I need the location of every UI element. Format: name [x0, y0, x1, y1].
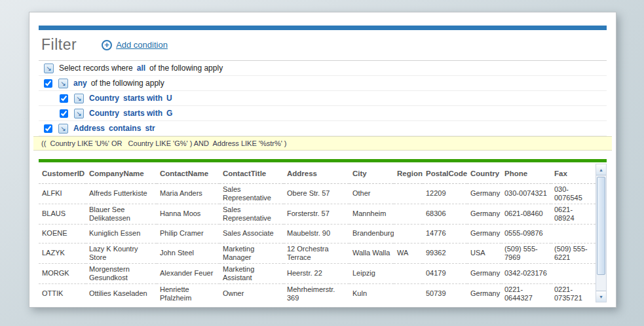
- table-row[interactable]: BLAUSBlauer See DelikatessenHanna MoosSa…: [39, 204, 596, 224]
- table-cell: (509) 555-7969: [501, 243, 551, 263]
- column-header-companyname[interactable]: CompanyName: [86, 164, 157, 183]
- table-cell: Maria Anders: [157, 183, 219, 204]
- table-cell: [551, 263, 596, 283]
- filter-node-icon[interactable]: ↘: [74, 109, 84, 118]
- column-header-fax[interactable]: Fax: [551, 164, 596, 183]
- results-grid-container: CustomerIDCompanyNameContactNameContactT…: [39, 164, 607, 302]
- table-cell: Germany: [467, 263, 501, 283]
- table-cell: MORGK: [39, 263, 86, 283]
- column-header-address[interactable]: Address: [284, 164, 349, 183]
- filter-title: Filter: [41, 36, 77, 54]
- filter-builder-card: Filter + Add condition ↘ Select records …: [29, 12, 616, 308]
- condition-operator[interactable]: starts with: [123, 109, 162, 118]
- root-row-suffix: of the following apply: [149, 63, 223, 73]
- group-enabled-checkbox[interactable]: [44, 79, 52, 88]
- table-cell: Leipzig: [349, 263, 394, 283]
- table-cell: Heerstr. 22: [284, 263, 349, 283]
- table-cell: Germany: [467, 283, 501, 302]
- table-cell: 14776: [423, 224, 467, 243]
- table-cell: 12209: [423, 183, 467, 204]
- table-cell: OTTIK: [39, 283, 86, 302]
- add-condition-link[interactable]: + Add condition: [102, 40, 168, 50]
- table-cell: 0555-09876: [501, 224, 551, 243]
- column-header-contacttitle[interactable]: ContactTitle: [219, 164, 284, 183]
- condition-value[interactable]: U: [166, 94, 172, 103]
- table-cell: Philip Cramer: [157, 224, 219, 243]
- table-cell: Sales Associate: [219, 224, 284, 243]
- table-cell: ALFKI: [39, 183, 86, 204]
- customers-table: CustomerIDCompanyNameContactNameContactT…: [39, 164, 596, 302]
- table-cell: 0621-08924: [551, 204, 596, 224]
- table-row[interactable]: MORGKMorgenstern GesundkostAlexander Feu…: [39, 263, 596, 283]
- root-group-operator[interactable]: all: [137, 63, 145, 73]
- condition-value[interactable]: G: [166, 109, 172, 118]
- table-cell: Alexander Feuer: [157, 263, 219, 283]
- condition-operator[interactable]: contains: [109, 124, 141, 133]
- column-header-phone[interactable]: Phone: [501, 164, 551, 183]
- table-cell: Germany: [467, 224, 501, 243]
- table-cell: Morgenstern Gesundkost: [86, 263, 157, 283]
- filter-condition-row: ↘ Country starts with U: [39, 91, 607, 106]
- filter-node-icon[interactable]: ↘: [44, 63, 54, 73]
- table-cell: Sales Representative: [219, 204, 284, 224]
- column-header-country[interactable]: Country: [467, 164, 501, 183]
- condition-enabled-checkbox[interactable]: [60, 94, 68, 103]
- table-cell: Kuniglich Essen: [86, 224, 157, 243]
- table-cell: Lazy K Kountry Store: [86, 243, 157, 263]
- table-cell: Marketing Manager: [219, 243, 284, 263]
- table-row[interactable]: ALFKIAlfreds FutterkisteMaria AndersSale…: [39, 183, 596, 204]
- condition-field[interactable]: Country: [89, 94, 119, 103]
- table-cell: Sales Representative: [219, 183, 284, 204]
- filter-node-icon[interactable]: ↘: [74, 94, 84, 103]
- table-cell: Hanna Moos: [157, 204, 219, 224]
- column-header-city[interactable]: City: [349, 164, 394, 183]
- table-cell: John Steel: [157, 243, 219, 263]
- condition-enabled-checkbox[interactable]: [44, 124, 52, 133]
- table-cell: [394, 263, 423, 283]
- table-cell: Ottilies Kaseladen: [86, 283, 157, 302]
- table-header-row: CustomerIDCompanyNameContactNameContactT…: [39, 164, 596, 183]
- table-cell: 50739: [423, 283, 467, 302]
- table-cell: [551, 224, 596, 243]
- plus-circle-icon: +: [102, 40, 112, 50]
- table-cell: 030-0076545: [551, 183, 596, 204]
- table-cell: Alfreds Futterkiste: [86, 183, 157, 204]
- table-cell: 99362: [423, 243, 467, 263]
- table-cell: BLAUS: [39, 204, 86, 224]
- table-cell: Brandenburg: [349, 224, 394, 243]
- scroll-up-arrow-icon[interactable]: ▲: [596, 164, 606, 175]
- condition-field[interactable]: Address: [73, 124, 105, 133]
- add-condition-label: Add condition: [116, 40, 168, 50]
- table-cell: Forsterstr. 57: [284, 204, 349, 224]
- table-row[interactable]: OTTIKOttilies KaseladenHenriette Pfalzhe…: [39, 283, 596, 302]
- table-cell: Other: [349, 183, 394, 204]
- table-cell: USA: [467, 243, 501, 263]
- column-header-postalcode[interactable]: PostalCode: [423, 164, 467, 183]
- scrollbar-thumb[interactable]: [597, 177, 605, 275]
- table-cell: 0342-023176: [501, 263, 551, 283]
- table-cell: Blauer See Delikatessen: [86, 204, 157, 224]
- table-cell: 68306: [423, 204, 467, 224]
- scroll-down-arrow-icon[interactable]: ▼: [596, 291, 606, 302]
- table-cell: Mannheim: [349, 204, 394, 224]
- group-operator[interactable]: any: [73, 79, 87, 88]
- column-header-contactname[interactable]: ContactName: [157, 164, 219, 183]
- condition-field[interactable]: Country: [89, 109, 119, 118]
- table-cell: 0221-0644327: [501, 283, 551, 302]
- card-top-accent-bar: [39, 26, 607, 30]
- table-body: ALFKIAlfreds FutterkisteMaria AndersSale…: [39, 183, 596, 302]
- table-cell: Obere Str. 57: [284, 183, 349, 204]
- table-row[interactable]: LAZYKLazy K Kountry StoreJohn SteelMarke…: [39, 243, 596, 263]
- filter-node-icon[interactable]: ↘: [58, 124, 68, 134]
- filter-group-row: ↘ any of the following apply: [39, 76, 607, 91]
- table-cell: [394, 283, 423, 302]
- table-row[interactable]: KOENEKuniglich EssenPhilip CramerSales A…: [39, 224, 596, 243]
- vertical-scrollbar[interactable]: ▲ ▼: [596, 164, 607, 302]
- condition-value[interactable]: str: [145, 124, 155, 133]
- filter-node-icon[interactable]: ↘: [58, 79, 68, 88]
- column-header-customerid[interactable]: CustomerID: [39, 164, 86, 183]
- condition-operator[interactable]: starts with: [123, 94, 162, 103]
- condition-enabled-checkbox[interactable]: [60, 109, 68, 118]
- filter-root-row: ↘ Select records where all of the follow…: [39, 61, 607, 76]
- column-header-region[interactable]: Region: [394, 164, 423, 183]
